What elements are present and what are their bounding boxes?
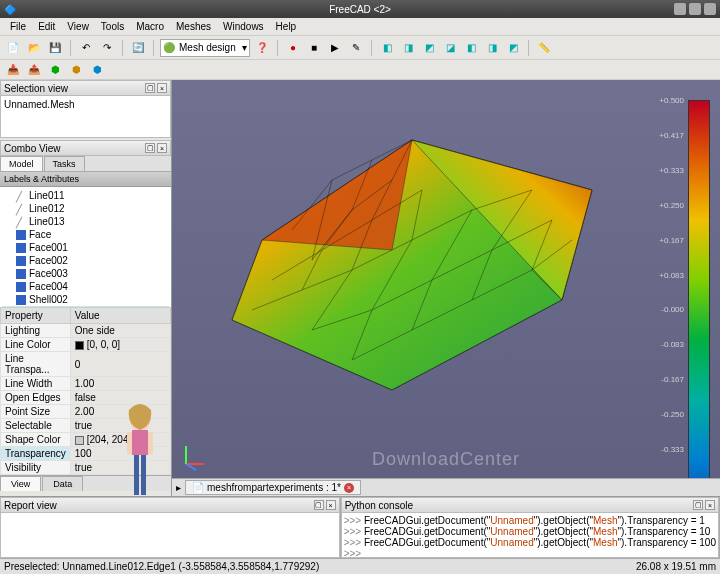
status-right: 26.08 x 19.51 mm	[636, 561, 716, 572]
menu-help[interactable]: Help	[270, 21, 303, 32]
selection-item[interactable]: Unnamed.Mesh	[4, 99, 167, 110]
property-value[interactable]: true	[70, 461, 170, 475]
measure-icon[interactable]: 📏	[535, 39, 553, 57]
mesh-curvature-icon[interactable]: ⬢	[88, 61, 106, 79]
property-row[interactable]: LightingOne side	[1, 324, 171, 338]
maximize-button[interactable]	[689, 3, 701, 15]
close-tab-icon[interactable]: ×	[344, 483, 354, 493]
toolbar-mesh: 📥 📤 ⬢ ⬢ ⬢	[0, 60, 720, 80]
tree-item[interactable]: Face001	[2, 241, 169, 254]
tree-item[interactable]: Face003	[2, 267, 169, 280]
menu-meshes[interactable]: Meshes	[170, 21, 217, 32]
menu-edit[interactable]: Edit	[32, 21, 61, 32]
panel-undock-icon[interactable]: ▢	[145, 143, 155, 153]
refresh-icon[interactable]: 🔄	[129, 39, 147, 57]
mesh-analyze-icon[interactable]: ⬢	[46, 61, 64, 79]
property-row[interactable]: Open Edgesfalse	[1, 391, 171, 405]
tab-model[interactable]: Model	[0, 156, 43, 171]
menu-view[interactable]: View	[61, 21, 95, 32]
tree-item[interactable]: Face004	[2, 280, 169, 293]
document-tab[interactable]: 📄 meshfrompartexperiments : 1* ×	[185, 480, 361, 495]
open-icon[interactable]: 📂	[25, 39, 43, 57]
tree-item-label: Shell002	[29, 294, 68, 305]
tree-item[interactable]: Shell002	[2, 293, 169, 306]
close-button[interactable]	[704, 3, 716, 15]
property-row[interactable]: Line Transpa...0	[1, 352, 171, 377]
panel-close-icon[interactable]: ×	[326, 500, 336, 510]
tree-item-icon	[16, 269, 26, 279]
view-front-icon[interactable]: ◨	[399, 39, 417, 57]
minimize-button[interactable]	[674, 3, 686, 15]
panel-close-icon[interactable]: ×	[705, 500, 715, 510]
new-icon[interactable]: 📄	[4, 39, 22, 57]
view-left-icon[interactable]: ◩	[504, 39, 522, 57]
console-line: >>>	[344, 548, 716, 558]
colorbar[interactable]	[688, 100, 710, 478]
view-bottom-icon[interactable]: ◨	[483, 39, 501, 57]
report-view-body[interactable]	[0, 513, 340, 558]
view-right-icon[interactable]: ◪	[441, 39, 459, 57]
mesh-import-icon[interactable]: 📥	[4, 61, 22, 79]
view-rear-icon[interactable]: ◧	[462, 39, 480, 57]
tree-item[interactable]: ╱Line011	[2, 189, 169, 202]
property-row[interactable]: Point Size2.00	[1, 405, 171, 419]
property-row[interactable]: Shape Color[204, 204, 204]	[1, 433, 171, 447]
property-row[interactable]: Selectabletrue	[1, 419, 171, 433]
workbench-selector[interactable]: 🟢 Mesh design ▾	[160, 39, 250, 57]
property-value[interactable]: [0, 0, 0]	[70, 338, 170, 352]
menu-windows[interactable]: Windows	[217, 21, 270, 32]
help-icon[interactable]: ❓	[253, 39, 271, 57]
tree-item[interactable]: ╱Line013	[2, 215, 169, 228]
toolbar: 📄 📂 💾 ↶ ↷ 🔄 🟢 Mesh design ▾ ❓ ● ■ ▶ ✎ ◧ …	[0, 36, 720, 60]
panel-undock-icon[interactable]: ▢	[693, 500, 703, 510]
tab-nav-icon[interactable]: ▸	[176, 482, 181, 493]
tree-item-icon	[16, 256, 26, 266]
property-value[interactable]: true	[70, 419, 170, 433]
panel-undock-icon[interactable]: ▢	[314, 500, 324, 510]
tree-item[interactable]: Face002	[2, 254, 169, 267]
view-iso-icon[interactable]: ◧	[378, 39, 396, 57]
mesh-regular-icon[interactable]: ⬢	[67, 61, 85, 79]
tree-item[interactable]: Face	[2, 228, 169, 241]
property-value[interactable]: 2.00	[70, 405, 170, 419]
save-icon[interactable]: 💾	[46, 39, 64, 57]
tree-item[interactable]: ╱Line012	[2, 202, 169, 215]
colorbar-labels: +0.500+0.417+0.333+0.250+0.167+0.083-0.0…	[659, 96, 684, 478]
view-top-icon[interactable]: ◩	[420, 39, 438, 57]
colorbar-tick: -0.250	[659, 410, 684, 419]
property-value[interactable]: [204, 204, 204]	[70, 433, 170, 447]
property-value[interactable]: 1.00	[70, 377, 170, 391]
macro-edit-icon[interactable]: ✎	[347, 39, 365, 57]
menu-macro[interactable]: Macro	[130, 21, 170, 32]
colorbar-tick: +0.250	[659, 201, 684, 210]
property-value[interactable]: 100	[70, 447, 170, 461]
tab-data[interactable]: Data	[42, 476, 83, 491]
python-console-body[interactable]: >>> FreeCADGui.getDocument("Unnamed").ge…	[341, 513, 719, 558]
panel-close-icon[interactable]: ×	[157, 83, 167, 93]
tree-view[interactable]: ╱Line011╱Line012╱Line013FaceFace001Face0…	[0, 187, 171, 307]
property-row[interactable]: Visibilitytrue	[1, 461, 171, 475]
redo-icon[interactable]: ↷	[98, 39, 116, 57]
mesh-object[interactable]	[212, 120, 622, 410]
tree-item-icon: ╱	[16, 191, 26, 201]
tab-view[interactable]: View	[0, 476, 41, 491]
panel-undock-icon[interactable]: ▢	[145, 83, 155, 93]
mesh-icon: 🟢	[163, 42, 175, 53]
prop-col-property: Property	[1, 308, 71, 324]
property-row[interactable]: Transparency100	[1, 447, 171, 461]
undo-icon[interactable]: ↶	[77, 39, 95, 57]
macro-stop-icon[interactable]: ■	[305, 39, 323, 57]
property-row[interactable]: Line Color[0, 0, 0]	[1, 338, 171, 352]
property-row[interactable]: Line Width1.00	[1, 377, 171, 391]
property-value[interactable]: One side	[70, 324, 170, 338]
macro-record-icon[interactable]: ●	[284, 39, 302, 57]
tab-tasks[interactable]: Tasks	[44, 156, 85, 171]
menu-file[interactable]: File	[4, 21, 32, 32]
3d-view[interactable]: +0.500+0.417+0.333+0.250+0.167+0.083-0.0…	[172, 80, 720, 478]
panel-close-icon[interactable]: ×	[157, 143, 167, 153]
menu-tools[interactable]: Tools	[95, 21, 130, 32]
mesh-export-icon[interactable]: 📤	[25, 61, 43, 79]
macro-play-icon[interactable]: ▶	[326, 39, 344, 57]
property-value[interactable]: false	[70, 391, 170, 405]
property-value[interactable]: 0	[70, 352, 170, 377]
